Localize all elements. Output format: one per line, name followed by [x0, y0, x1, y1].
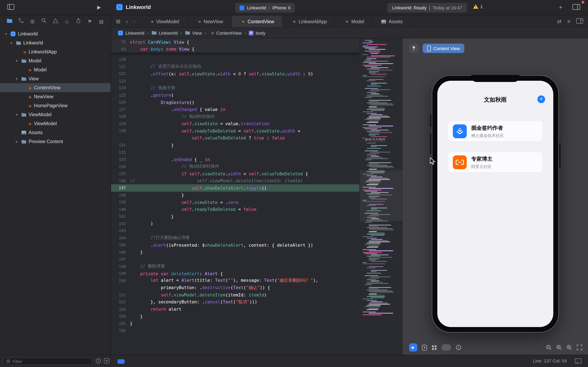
- code-line-wrap[interactable]: self.valueToBeDeleted ? true : false: [111, 134, 359, 142]
- breakpoint-navigator-icon[interactable]: ⚑: [86, 18, 94, 25]
- breakpoints-toggle[interactable]: [118, 359, 125, 364]
- code-line-137[interactable]: 137 self.showDeleteAlert.toggle(): [111, 184, 359, 192]
- tree-item-ContentView[interactable]: ContentView: [0, 83, 111, 92]
- tree-item-Model[interactable]: Model: [0, 65, 111, 74]
- source-control-navigator-icon[interactable]: [17, 18, 25, 25]
- code-line-128[interactable]: 128 // 拖动时的操作: [111, 113, 359, 120]
- code-line-149[interactable]: 149 private var deleteAlert: Alert {: [111, 270, 359, 277]
- minimap[interactable]: 身份卡片构件: [359, 38, 403, 355]
- tab-ContentView[interactable]: ContentView: [232, 16, 283, 27]
- code-line-134[interactable]: 134 // 拖动结束时操作: [111, 163, 359, 170]
- code-line-76[interactable]: 76struct CardView: View {: [111, 38, 359, 45]
- warning-badge[interactable]: 1: [473, 4, 483, 9]
- code-line-152[interactable]: 152 }, secondaryButton: .cancel(Text("取消…: [111, 299, 359, 306]
- identity-card[interactable]: 专家博主阿里云社区: [448, 152, 543, 173]
- code-line-wrap[interactable]: primaryButton: .destructive(Text("确认")) …: [111, 284, 359, 291]
- device-screen[interactable]: 文如秋雨 + 掘金签约作者稀土掘金技术社区专家博主阿里云社区: [437, 81, 553, 327]
- code-line-122[interactable]: 122 .offset(x: self.viewState.width < 0 …: [111, 70, 359, 77]
- zoom-in-button[interactable]: [566, 345, 572, 350]
- breadcrumb-item-Linkworld[interactable]: Linkworld: [118, 30, 144, 36]
- add-card-button[interactable]: +: [537, 95, 545, 103]
- test-navigator-icon[interactable]: ◇: [63, 18, 70, 25]
- code-line-143[interactable]: 143: [111, 227, 359, 234]
- code-line-120[interactable]: 120: [111, 56, 359, 63]
- code-line-142[interactable]: 142 ): [111, 220, 359, 227]
- code-line-153[interactable]: 153 return alert: [111, 306, 359, 313]
- editor-options-button[interactable]: [572, 4, 580, 11]
- identity-card[interactable]: 掘金签约作者稀土掘金技术社区: [448, 121, 543, 142]
- disclosure-open-icon[interactable]: ▾: [15, 113, 19, 117]
- disclosure-open-icon[interactable]: ▾: [4, 32, 8, 36]
- tree-item-NewView[interactable]: NewView: [0, 92, 111, 101]
- run-button[interactable]: ▶: [97, 4, 101, 10]
- breadcrumb-item-Linkworld[interactable]: Linkworld: [151, 30, 178, 35]
- recent-files-clock-icon[interactable]: [95, 358, 101, 365]
- zoom-100-button[interactable]: [556, 345, 562, 350]
- tab-Model[interactable]: Model: [336, 16, 373, 27]
- code-line-121[interactable]: 121 // 设置只能从右往左拖动: [111, 63, 359, 70]
- breadcrumb-item-body[interactable]: Pbody: [249, 30, 265, 35]
- add-filter-icon[interactable]: [104, 358, 109, 365]
- minimap-viewport[interactable]: [360, 170, 403, 221]
- scheme-selector[interactable]: Linkworld › iPhone X: [235, 3, 295, 13]
- code-line-127[interactable]: 127 .onChanged { value in: [111, 106, 359, 113]
- disclosure-open-icon[interactable]: ▾: [15, 77, 19, 81]
- tree-item-Assets[interactable]: Assets: [0, 128, 111, 137]
- zoom-out-button[interactable]: [546, 345, 552, 350]
- activity-viewer[interactable]: Linkworld: Ready | Today at 16:47: [387, 3, 467, 13]
- code-line-154[interactable]: 154 }: [111, 313, 359, 320]
- filter-input[interactable]: Filter: [3, 358, 92, 365]
- code-line-93[interactable]: 93 var body: some View {: [111, 45, 359, 53]
- tab-NewView[interactable]: NewView: [188, 16, 232, 27]
- tree-item-HomePageView[interactable]: HomePageView: [0, 101, 111, 110]
- tree-item-Preview-Content[interactable]: ▸Preview Content: [0, 137, 111, 146]
- code-line-126[interactable]: 126 DragGesture(): [111, 99, 359, 106]
- code-line-155[interactable]: 155}: [111, 320, 359, 327]
- find-navigator-icon[interactable]: [40, 18, 48, 25]
- project-navigator-icon[interactable]: [6, 18, 13, 25]
- code-line-136[interactable]: 136// self.viewModel.deleteItem(itemId: …: [111, 177, 359, 184]
- code-review-icon[interactable]: ⇄: [557, 18, 562, 25]
- forward-button[interactable]: ›: [134, 18, 136, 25]
- pin-preview-button[interactable]: [409, 44, 419, 53]
- disclosure-open-icon[interactable]: ▾: [9, 41, 13, 45]
- code-editor[interactable]: 120121 // 设置只能从右往左拖动122 .offset(x: self.…: [111, 38, 359, 355]
- preview-tab[interactable]: Content View: [423, 44, 464, 53]
- device-settings-button[interactable]: [441, 344, 451, 351]
- variants-grid-button[interactable]: [432, 345, 437, 350]
- disclosure-open-icon[interactable]: ▾: [15, 59, 19, 63]
- tab-Assets[interactable]: Assets: [373, 16, 411, 27]
- code-line-138[interactable]: 138 }: [111, 192, 359, 199]
- issue-navigator-icon[interactable]: [52, 18, 59, 25]
- add-editor-icon[interactable]: [576, 18, 583, 25]
- tree-item-Linkworld[interactable]: ▾Linkworld: [0, 29, 111, 38]
- preview-info-button[interactable]: [456, 345, 461, 350]
- code-line-140[interactable]: 140 self.readyToBeDeleted = false: [111, 206, 359, 213]
- related-items-icon[interactable]: ⊞: [116, 18, 121, 25]
- code-line-146[interactable]: 146 }: [111, 249, 359, 256]
- code-line-145[interactable]: 145 .alert(isPresented: $showDeleteAlert…: [111, 242, 359, 249]
- tab-ViewModel[interactable]: ViewModel: [140, 16, 188, 27]
- symbol-navigator-icon[interactable]: ⊞: [29, 18, 36, 25]
- library-add-button[interactable]: ＋: [558, 4, 563, 11]
- code-line-141[interactable]: 141 }: [111, 213, 359, 220]
- preview-on-device-button[interactable]: [422, 344, 427, 350]
- zoom-fit-button[interactable]: [577, 345, 582, 350]
- code-line-133[interactable]: 133 .onEnded { _ in: [111, 156, 359, 163]
- code-line-139[interactable]: 139 self.viewState = .zero: [111, 199, 359, 206]
- breadcrumb-item-View[interactable]: View: [185, 30, 202, 35]
- back-button[interactable]: ‹: [126, 18, 128, 25]
- code-line-125[interactable]: 125 .gesture(: [111, 92, 359, 99]
- editor-mode-icon[interactable]: [575, 358, 581, 365]
- debug-navigator-icon[interactable]: [75, 18, 82, 25]
- breadcrumb-item-ContentView[interactable]: ContentView: [209, 30, 242, 35]
- code-line-123[interactable]: 123: [111, 77, 359, 84]
- code-line-148[interactable]: 148 // 删除弹窗: [111, 263, 359, 270]
- tree-item-Model[interactable]: ▾Model: [0, 56, 111, 65]
- code-line-129[interactable]: 129 self.viewState = value.translation: [111, 120, 359, 127]
- live-preview-button[interactable]: ▶: [409, 343, 417, 351]
- tree-item-LinkworldApp[interactable]: LinkworldApp: [0, 47, 111, 56]
- code-line-131[interactable]: 131 }: [111, 142, 359, 149]
- tree-item-View[interactable]: ▾View: [0, 74, 111, 83]
- code-line-124[interactable]: 124 // 拖拽手势: [111, 84, 359, 92]
